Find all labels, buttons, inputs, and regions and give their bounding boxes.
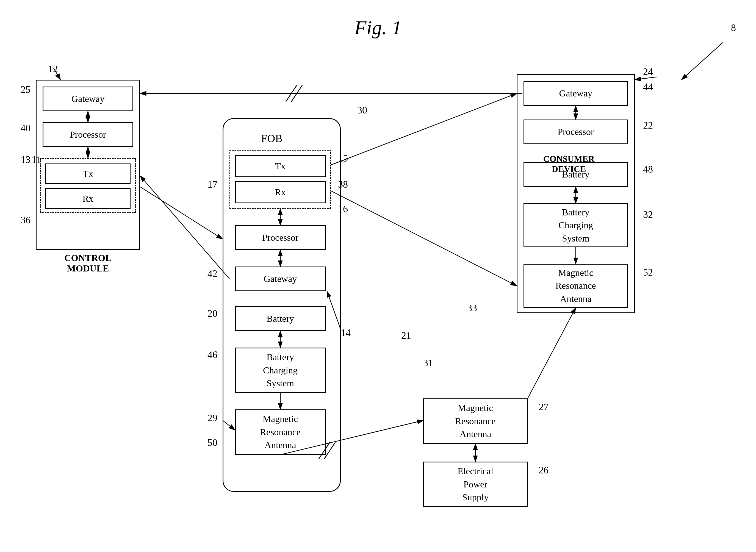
ref-11: 11 — [32, 154, 41, 165]
ref-15: 15 — [338, 152, 348, 164]
ref-16: 16 — [338, 203, 348, 215]
gateway-cd-box: Gateway — [523, 81, 628, 106]
ref-50: 50 — [208, 437, 217, 448]
svg-line-16 — [286, 85, 297, 102]
ref-25: 25 — [21, 84, 30, 95]
battery-charging-cd-box: BatteryChargingSystem — [523, 203, 628, 247]
processor-cm-box: Processor — [42, 122, 133, 147]
ref-31: 31 — [423, 357, 433, 369]
svg-line-15 — [291, 85, 302, 102]
ref-20: 20 — [208, 308, 217, 319]
rx-fob-box: Rx — [235, 181, 326, 203]
control-module-label: CONTROLMODULE — [36, 253, 140, 274]
fob-label: FOB — [261, 132, 282, 145]
ref-8: 8 — [731, 22, 736, 33]
ref-26: 26 — [539, 464, 548, 476]
ref-24: 24 — [643, 66, 653, 78]
ref-12: 12 — [48, 63, 58, 75]
svg-line-17 — [331, 191, 517, 286]
electrical-power-supply-box: ElectricalPowerSupply — [423, 461, 528, 507]
ref-29: 29 — [208, 412, 217, 424]
ref-17: 17 — [208, 178, 217, 190]
rx-cm-box: Rx — [45, 188, 131, 209]
consumer-device-label: CONSUMERDEVICE — [517, 154, 621, 174]
svg-line-13 — [140, 176, 230, 279]
ref-32: 32 — [643, 209, 653, 220]
gateway-cm-box: Gateway — [42, 87, 133, 111]
ref-21: 21 — [401, 330, 411, 341]
ref-44: 44 — [643, 81, 653, 93]
ref-30: 30 — [357, 104, 367, 116]
gateway-fob-box: Gateway — [235, 267, 326, 291]
ref-36: 36 — [21, 214, 30, 226]
magnetic-resonance-fob-box: MagneticResonanceAntenna — [235, 409, 326, 455]
ref-22: 22 — [643, 120, 653, 131]
magnetic-resonance-cd-box: MagneticResonanceAntenna — [523, 264, 628, 308]
ref-38: 38 — [338, 178, 348, 190]
svg-line-24 — [681, 42, 723, 80]
ref-13: 13 — [21, 154, 30, 165]
battery-fob-box: Battery — [235, 306, 326, 331]
tx-cm-box: Tx — [45, 163, 131, 184]
figure-title: Fig. 1 — [355, 16, 402, 39]
ref-46: 46 — [208, 349, 217, 361]
ref-14: 14 — [341, 327, 351, 338]
processor-cd-box: Processor — [523, 120, 628, 144]
tx-fob-box: Tx — [235, 155, 326, 177]
svg-line-22 — [528, 308, 576, 398]
svg-line-23 — [140, 187, 223, 239]
ref-48: 48 — [643, 163, 653, 175]
ref-52: 52 — [643, 267, 653, 278]
ref-27: 27 — [539, 401, 548, 413]
processor-fob-box: Processor — [235, 225, 326, 250]
ref-42: 42 — [208, 268, 217, 279]
magnetic-resonance-base-box: MagneticResonanceAntenna — [423, 398, 528, 444]
battery-charging-fob-box: BatteryChargingSystem — [235, 348, 326, 393]
ref-33: 33 — [467, 302, 477, 314]
ref-40: 40 — [21, 122, 30, 134]
svg-line-18 — [331, 94, 517, 165]
